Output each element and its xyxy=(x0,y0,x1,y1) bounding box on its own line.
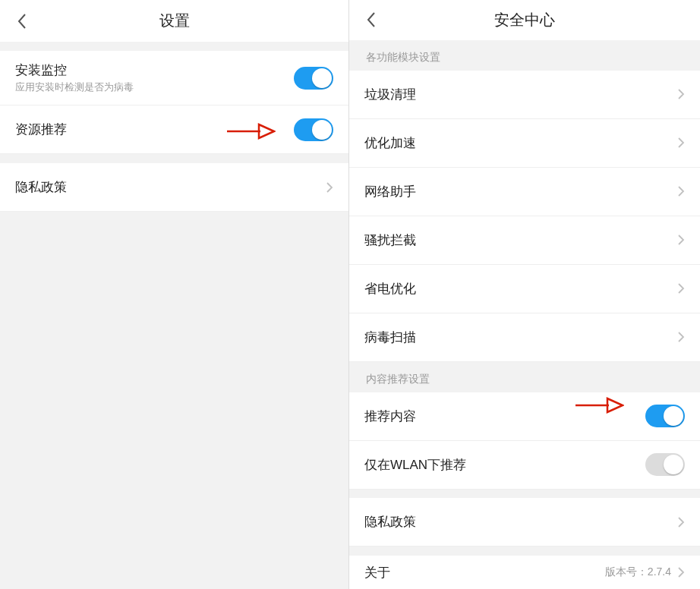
row-recommend-content[interactable]: 推荐内容 xyxy=(349,392,700,441)
chevron-right-icon xyxy=(677,185,685,197)
row-privacy-right[interactable]: 隐私政策 xyxy=(349,498,700,546)
virus-scan-label: 病毒扫描 xyxy=(364,329,416,346)
section-header-recommend: 内容推荐设置 xyxy=(349,362,700,392)
group-recommend: 推荐内容 仅在WLAN下推荐 xyxy=(349,392,700,490)
chevron-right-icon xyxy=(677,516,685,528)
row-power-saving[interactable]: 省电优化 xyxy=(349,265,700,313)
resource-rec-toggle[interactable] xyxy=(294,118,333,141)
settings-pane: 设置 安装监控 应用安装时检测是否为病毒 资源推荐 隐私政策 xyxy=(0,0,349,589)
chevron-left-icon xyxy=(17,13,27,30)
row-resource-rec[interactable]: 资源推荐 xyxy=(0,106,348,154)
install-monitor-label: 安装监控 xyxy=(15,61,134,79)
back-button[interactable] xyxy=(11,10,33,33)
row-install-monitor[interactable]: 安装监控 应用安装时检测是否为病毒 xyxy=(0,51,348,106)
install-monitor-toggle[interactable] xyxy=(294,67,333,90)
topbar-right: 安全中心 xyxy=(349,0,700,40)
page-title: 设置 xyxy=(159,11,190,31)
version-text: 版本号：2.7.4 xyxy=(605,565,671,579)
row-harassment-block[interactable]: 骚扰拦截 xyxy=(349,216,700,265)
recommend-content-toggle[interactable] xyxy=(645,405,685,427)
row-optimize-boost[interactable]: 优化加速 xyxy=(349,119,700,168)
section-header-modules: 各功能模块设置 xyxy=(349,40,700,71)
row-wlan-only[interactable]: 仅在WLAN下推荐 xyxy=(349,441,700,490)
wlan-only-label: 仅在WLAN下推荐 xyxy=(364,456,466,474)
recommend-content-label: 推荐内容 xyxy=(364,408,416,425)
group-privacy-right: 隐私政策 xyxy=(349,498,700,546)
page-title: 安全中心 xyxy=(494,10,555,30)
resource-rec-label: 资源推荐 xyxy=(15,121,67,138)
optimize-boost-label: 优化加速 xyxy=(364,134,416,152)
chevron-right-icon xyxy=(677,88,685,100)
about-label: 关于 xyxy=(364,564,390,581)
power-saving-label: 省电优化 xyxy=(364,280,416,298)
install-monitor-sub: 应用安装时检测是否为病毒 xyxy=(15,80,134,94)
chevron-right-icon xyxy=(677,566,685,578)
row-network-assist[interactable]: 网络助手 xyxy=(349,168,700,216)
chevron-left-icon xyxy=(366,11,377,28)
topbar-left: 设置 xyxy=(0,0,348,42)
group-modules: 垃圾清理 优化加速 网络助手 骚扰拦截 省电优化 病毒扫描 xyxy=(349,71,700,362)
row-junk-clean[interactable]: 垃圾清理 xyxy=(349,71,700,119)
wlan-only-toggle[interactable] xyxy=(645,453,685,476)
chevron-right-icon xyxy=(677,331,685,343)
chevron-right-icon xyxy=(677,137,685,149)
row-virus-scan[interactable]: 病毒扫描 xyxy=(349,313,700,362)
group-privacy-left: 隐私政策 xyxy=(0,163,348,212)
chevron-right-icon xyxy=(326,181,333,194)
group-install: 安装监控 应用安装时检测是否为病毒 资源推荐 xyxy=(0,51,348,154)
chevron-right-icon xyxy=(677,282,685,294)
chevron-right-icon xyxy=(677,234,685,246)
privacy-label-right: 隐私政策 xyxy=(364,513,416,531)
row-about[interactable]: 关于 版本号：2.7.4 xyxy=(349,556,700,589)
junk-clean-label: 垃圾清理 xyxy=(364,86,416,103)
back-button[interactable] xyxy=(360,8,383,31)
network-assist-label: 网络助手 xyxy=(364,183,416,200)
security-center-pane: 安全中心 各功能模块设置 垃圾清理 优化加速 网络助手 骚扰拦截 省电优化 病毒… xyxy=(349,0,700,589)
group-about: 关于 版本号：2.7.4 xyxy=(349,556,700,589)
privacy-label-left: 隐私政策 xyxy=(15,178,67,196)
row-privacy-left[interactable]: 隐私政策 xyxy=(0,163,348,212)
harassment-block-label: 骚扰拦截 xyxy=(364,232,416,249)
